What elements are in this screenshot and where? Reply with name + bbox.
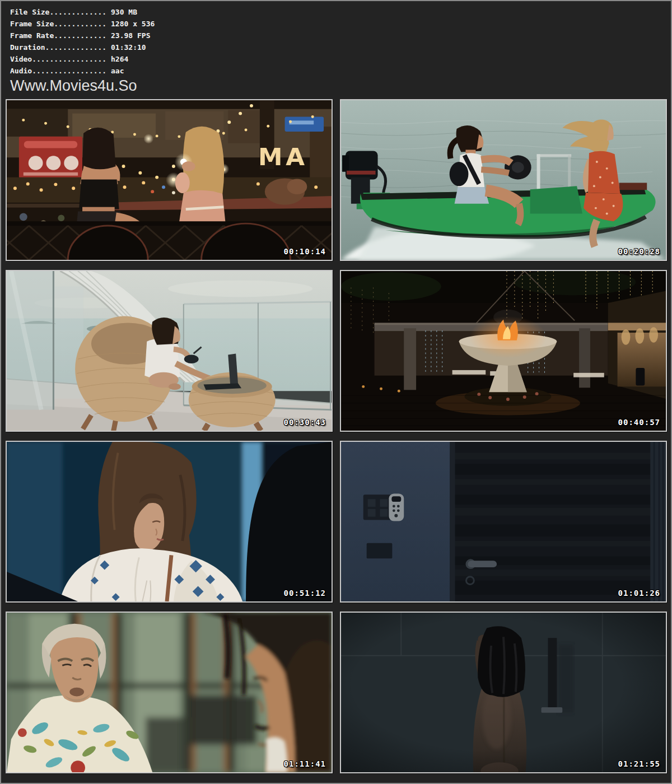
scene-dark-door [341, 442, 666, 601]
scene-balcony [7, 271, 332, 431]
media-info-panel: File Size............. 930 MB Frame Size… [1, 1, 671, 94]
screenshot-balcony: 00:30:43 [6, 270, 333, 432]
red-market-banner [19, 137, 82, 179]
timestamp-badge: 00:20:28 [618, 247, 660, 256]
screenshot-two-men: 01:11:41 [6, 612, 333, 773]
blue-thai-sign [285, 116, 324, 132]
right-building [608, 291, 666, 399]
timestamp-badge: 00:30:43 [284, 418, 326, 427]
screenshot-night-market: MA [6, 99, 333, 261]
scene-shower [341, 613, 666, 772]
meta-line-duration: Duration.............. 01:32:10 [10, 41, 671, 53]
site-watermark: Www.Movies4u.So [10, 77, 671, 94]
meta-line-file-size: File Size............. 930 MB [10, 6, 671, 18]
scene-courtyard [341, 271, 666, 431]
media-preview-sheet: File Size............. 930 MB Frame Size… [0, 0, 672, 784]
timestamp-badge: 01:21:55 [618, 759, 660, 768]
meta-line-audio: Audio................. aac [10, 65, 671, 77]
timestamp-badge: 00:40:57 [618, 418, 660, 427]
meta-line-frame-rate: Frame Rate............ 23.98 FPS [10, 30, 671, 41]
scene-two-men [7, 613, 332, 772]
meta-line-video: Video................. h264 [10, 53, 671, 65]
screenshot-blouse-woman: 00:51:12 [6, 441, 333, 603]
screenshot-dark-door: 01:01:26 [340, 441, 667, 603]
timestamp-badge: 00:51:12 [284, 589, 326, 598]
screenshot-courtyard: 00:40:57 [340, 270, 667, 432]
lit-sign-letters: MA [258, 143, 308, 171]
scene-night-market: MA [7, 100, 332, 260]
scene-blouse-woman [7, 442, 332, 601]
meta-line-frame-size: Frame Size............ 1280 x 536 [10, 18, 671, 30]
screenshot-shower: 01:21:55 [340, 612, 667, 773]
timestamp-badge: 00:10:14 [284, 247, 326, 256]
timestamp-badge: 01:01:26 [618, 589, 660, 598]
scene-motorboat [341, 100, 666, 260]
screenshot-motorboat: 00:20:28 [340, 99, 667, 261]
screenshot-grid: MA [1, 99, 671, 773]
timestamp-badge: 01:11:41 [284, 759, 326, 768]
